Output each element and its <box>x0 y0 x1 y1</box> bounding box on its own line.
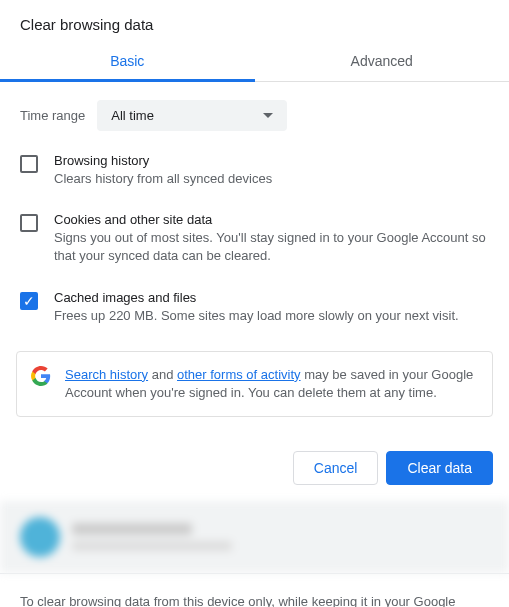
option-cookies: Cookies and other site data Signs you ou… <box>0 200 509 277</box>
info-text: Search history and other forms of activi… <box>65 366 478 402</box>
option-browsing-history: Browsing history Clears history from all… <box>0 141 509 200</box>
option-cache: ✓ Cached images and files Frees up 220 M… <box>0 278 509 337</box>
footer-note: To clear browsing data from this device … <box>0 573 509 607</box>
account-name-redacted <box>72 523 192 535</box>
cancel-button[interactable]: Cancel <box>293 451 379 485</box>
dialog-title: Clear browsing data <box>0 0 509 41</box>
option-desc: Clears history from all synced devices <box>54 170 489 188</box>
option-desc: Signs you out of most sites. You'll stay… <box>54 229 489 265</box>
clear-data-button[interactable]: Clear data <box>386 451 493 485</box>
checkbox-cache[interactable]: ✓ <box>20 292 38 310</box>
time-range-value: All time <box>111 108 154 123</box>
button-row: Cancel Clear data <box>0 431 509 501</box>
avatar <box>20 517 60 557</box>
option-title: Browsing history <box>54 153 489 168</box>
search-history-link[interactable]: Search history <box>65 367 148 382</box>
time-range-row: Time range All time <box>0 82 509 141</box>
tabs: Basic Advanced <box>0 41 509 82</box>
tab-basic[interactable]: Basic <box>0 41 255 81</box>
chevron-down-icon <box>263 113 273 118</box>
option-title: Cookies and other site data <box>54 212 489 227</box>
info-box: Search history and other forms of activi… <box>16 351 493 417</box>
time-range-label: Time range <box>20 108 85 123</box>
checkbox-cookies[interactable] <box>20 214 38 232</box>
account-info <box>0 501 509 573</box>
other-activity-link[interactable]: other forms of activity <box>177 367 301 382</box>
checkbox-browsing-history[interactable] <box>20 155 38 173</box>
google-logo-icon <box>31 366 51 386</box>
account-email-redacted <box>72 541 232 551</box>
info-mid: and <box>148 367 177 382</box>
check-icon: ✓ <box>23 294 35 308</box>
footer-text: To clear browsing data from this device … <box>20 594 455 607</box>
option-desc: Frees up 220 MB. Some sites may load mor… <box>54 307 489 325</box>
option-title: Cached images and files <box>54 290 489 305</box>
tab-advanced[interactable]: Advanced <box>255 41 510 81</box>
time-range-select[interactable]: All time <box>97 100 287 131</box>
